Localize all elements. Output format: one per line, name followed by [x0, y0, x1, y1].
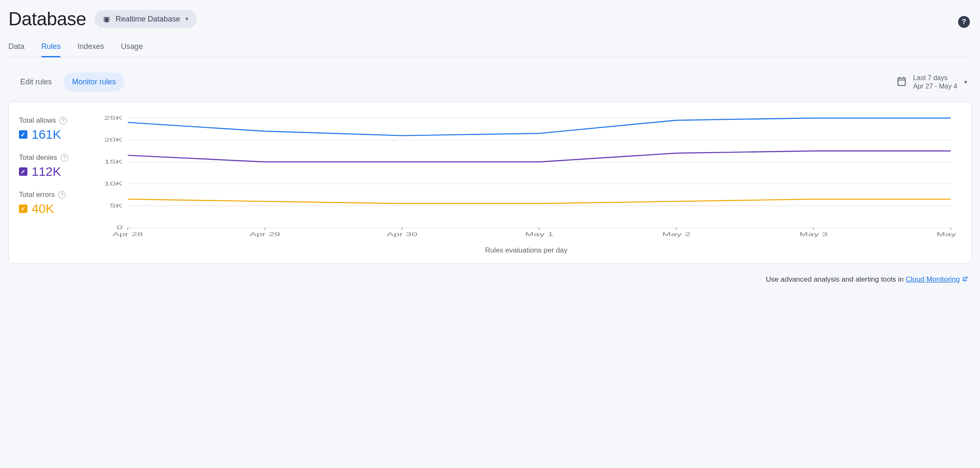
realtime-database-icon [102, 14, 111, 24]
date-range-span: Apr 27 - May 4 [913, 82, 957, 91]
svg-text:15K: 15K [104, 159, 123, 165]
svg-text:5K: 5K [110, 203, 123, 209]
help-icon[interactable]: ? [61, 154, 68, 161]
svg-text:May 3: May 3 [799, 231, 827, 237]
svg-text:25K: 25K [104, 115, 123, 121]
svg-text:0: 0 [117, 225, 123, 231]
svg-text:20K: 20K [104, 137, 123, 143]
database-selector-label: Realtime Database [115, 15, 180, 24]
date-range-picker[interactable]: Last 7 days Apr 27 - May 4 ▼ [896, 74, 968, 91]
footer-text: Use advanced analysis and alerting tools… [766, 275, 906, 283]
rules-chart: 05K10K15K20K25KApr 28Apr 29Apr 30May 1Ma… [93, 114, 959, 240]
svg-text:May 2: May 2 [662, 231, 691, 237]
date-range-preset: Last 7 days [913, 74, 957, 82]
tab-indexes[interactable]: Indexes [78, 36, 104, 57]
metric-allows-label: Total allows [19, 116, 56, 125]
subtab-monitor-rules[interactable]: Monitor rules [64, 73, 124, 91]
chart-legend: Total allows ? ✓ 161K Total denies ? ✓ 1… [19, 114, 86, 256]
metric-denies-value: 112K [32, 164, 61, 179]
monitor-card: Total allows ? ✓ 161K Total denies ? ✓ 1… [8, 102, 972, 264]
svg-text:May 1: May 1 [525, 231, 553, 237]
metric-allows: Total allows ? ✓ 161K [19, 116, 86, 142]
rules-subtabs: Edit rules Monitor rules [12, 73, 124, 91]
footer-hint: Use advanced analysis and alerting tools… [8, 264, 972, 291]
checkbox-denies[interactable]: ✓ [19, 167, 27, 176]
metric-errors-value: 40K [32, 202, 54, 216]
tab-rules[interactable]: Rules [41, 36, 61, 57]
chevron-down-icon: ▼ [963, 79, 968, 85]
checkbox-errors[interactable]: ✓ [19, 204, 27, 213]
help-icon[interactable]: ? [58, 191, 66, 199]
svg-text:Apr 28: Apr 28 [112, 231, 143, 237]
metric-allows-value: 161K [32, 127, 61, 142]
cloud-monitoring-link[interactable]: Cloud Monitoring [905, 275, 960, 283]
svg-text:Apr 30: Apr 30 [387, 231, 418, 237]
database-selector[interactable]: Realtime Database ▼ [94, 10, 197, 28]
external-link-icon [961, 276, 968, 285]
checkbox-allows[interactable]: ✓ [19, 130, 27, 139]
help-icon[interactable]: ? [59, 117, 67, 124]
page-title: Database [8, 8, 86, 30]
metric-errors: Total errors ? ✓ 40K [19, 191, 86, 216]
metric-errors-label: Total errors [19, 191, 55, 199]
main-tabs: Data Rules Indexes Usage [8, 36, 972, 57]
subtab-edit-rules[interactable]: Edit rules [12, 73, 60, 91]
chevron-down-icon: ▼ [184, 16, 189, 22]
metric-denies: Total denies ? ✓ 112K [19, 153, 86, 179]
svg-text:Apr 29: Apr 29 [249, 231, 280, 237]
tab-usage[interactable]: Usage [121, 36, 143, 57]
tab-data[interactable]: Data [8, 36, 24, 57]
calendar-icon [896, 76, 907, 88]
svg-text:10K: 10K [104, 181, 123, 187]
chart-x-label: Rules evaluations per day [93, 240, 959, 256]
help-button[interactable]: ? [958, 16, 970, 28]
metric-denies-label: Total denies [19, 153, 57, 162]
svg-text:May 4: May 4 [937, 231, 959, 237]
